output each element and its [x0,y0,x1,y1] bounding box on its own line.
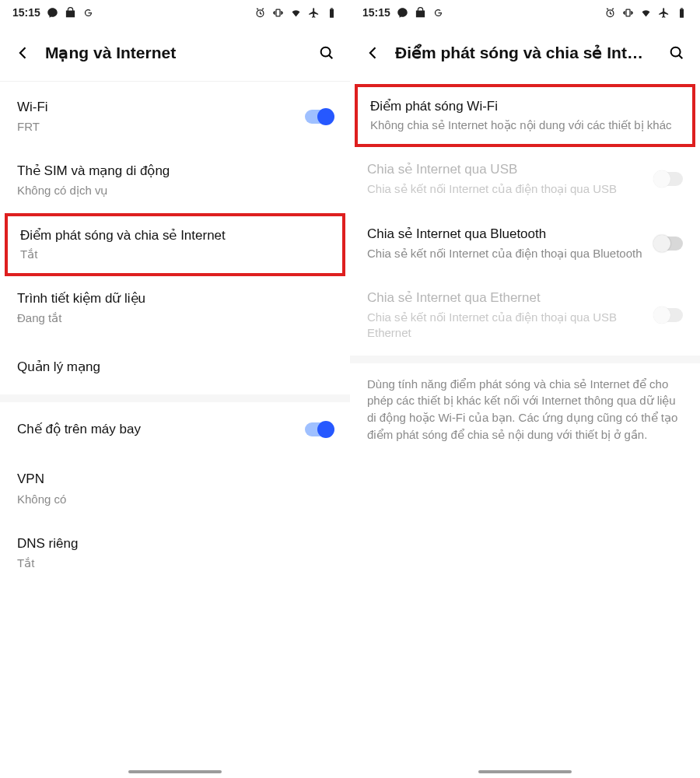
item-title: Điểm phát sóng và chia sẻ Internet [20,227,330,244]
wifi-toggle[interactable] [305,110,333,124]
wifi-hotspot-item-highlighted[interactable]: Điểm phát sóng Wi-Fi Không chia sẻ Inter… [355,84,695,147]
status-bar: 15:15 [350,0,700,25]
item-subtitle: Không có dịch vụ [17,183,333,198]
gesture-hint [128,770,222,773]
back-button[interactable] [12,42,34,64]
item-title: Trình tiết kiệm dữ liệu [17,290,333,307]
svg-rect-8 [680,9,684,17]
search-button[interactable] [313,39,341,67]
item-title: Quản lý mạng [17,359,333,376]
settings-list: Wi-Fi FRT Thẻ SIM và mạng di động Không … [0,82,350,778]
dns-item[interactable]: DNS riêng Tắt [0,521,350,585]
vibrate-icon [622,7,634,19]
wifi-item[interactable]: Wi-Fi FRT [0,85,350,149]
status-time: 15:15 [12,6,40,19]
item-subtitle: Chia sẻ kết nối Internet của điện thoại … [367,310,683,342]
title-bar: Mạng và Internet [0,25,350,81]
item-title: Chia sẻ Internet qua USB [367,161,683,178]
svg-rect-2 [330,9,334,17]
vpn-item[interactable]: VPN Không có [0,457,350,520]
battery-icon [676,7,688,19]
svg-rect-1 [276,9,280,16]
airplane-icon [308,7,320,19]
airplane-toggle[interactable] [305,422,333,436]
svg-rect-7 [626,9,630,16]
ethernet-tethering-toggle [655,308,683,322]
bag-icon [415,7,426,19]
item-subtitle: Chia sẻ kết nối Internet của điện thoại … [367,181,683,197]
item-subtitle: Tắt [20,247,330,262]
svg-point-10 [671,47,681,57]
item-title: Thẻ SIM và mạng di động [17,163,333,180]
hotspot-item-highlighted[interactable]: Điểm phát sóng và chia sẻ Internet Tắt [5,213,345,276]
battery-icon [326,7,338,19]
usb-tethering-item: Chia sẻ Internet qua USB Chia sẻ kết nối… [350,147,700,211]
tethering-list: Điểm phát sóng Wi-Fi Không chia sẻ Inter… [350,81,700,778]
bluetooth-tethering-item[interactable]: Chia sẻ Internet qua Bluetooth Chia sẻ k… [350,212,700,275]
status-bar: 15:15 [0,0,350,25]
vibrate-icon [272,7,284,19]
airplane-item[interactable]: Chế độ trên máy bay [0,402,350,457]
help-text: Dùng tính năng điểm phát sóng và chia sẻ… [350,363,700,456]
gesture-hint [478,770,572,773]
item-title: Điểm phát sóng Wi-Fi [370,98,680,114]
item-title: Chia sẻ Internet qua Ethernet [367,289,683,307]
item-title: VPN [17,471,333,488]
g-icon [82,7,94,19]
svg-line-11 [679,55,682,58]
datasaver-item[interactable]: Trình tiết kiệm dữ liệu Đang tắt [0,276,350,340]
alarm-icon [604,7,616,19]
item-title: Chế độ trên máy bay [17,421,333,438]
item-title: Wi-Fi [17,99,333,116]
usb-tethering-toggle [655,172,683,186]
bluetooth-tethering-toggle[interactable] [655,237,683,251]
messenger-icon [397,7,408,19]
search-button[interactable] [663,39,691,67]
hotspot-tethering-panel: 15:15 Điểm phát sóng và chia sẻ Inter… Đ… [350,0,700,778]
item-subtitle: FRT [17,119,333,135]
svg-point-4 [321,47,331,57]
page-title: Mạng và Internet [45,44,302,62]
g-icon [432,7,444,19]
settings-network-panel: 15:15 Mạng và Internet Wi-Fi FRT [0,0,350,778]
item-subtitle: Không có [17,492,333,507]
item-subtitle: Tắt [17,555,333,571]
bag-icon [65,7,76,19]
sim-item[interactable]: Thẻ SIM và mạng di động Không có dịch vụ [0,149,350,212]
back-button[interactable] [362,42,384,64]
title-bar: Điểm phát sóng và chia sẻ Inter… [350,25,700,81]
svg-line-5 [329,55,332,58]
item-subtitle: Chia sẻ kết nối Internet của điện thoại … [367,246,683,261]
ethernet-tethering-item: Chia sẻ Internet qua Ethernet Chia sẻ kế… [350,275,700,356]
messenger-icon [47,7,58,19]
svg-rect-9 [681,8,683,9]
airplane-icon [658,7,670,19]
item-title: DNS riêng [17,535,333,552]
network-management-item[interactable]: Quản lý mạng [0,340,350,394]
item-subtitle: Đang tắt [17,310,333,326]
svg-rect-3 [331,8,333,9]
item-title: Chia sẻ Internet qua Bluetooth [367,226,683,243]
wifi-icon [290,7,302,19]
item-subtitle: Không chia sẻ Internet hoặc nội dung với… [370,117,680,133]
wifi-icon [640,7,652,19]
status-time: 15:15 [362,6,390,19]
page-title: Điểm phát sóng và chia sẻ Inter… [395,44,652,62]
alarm-icon [254,7,266,19]
